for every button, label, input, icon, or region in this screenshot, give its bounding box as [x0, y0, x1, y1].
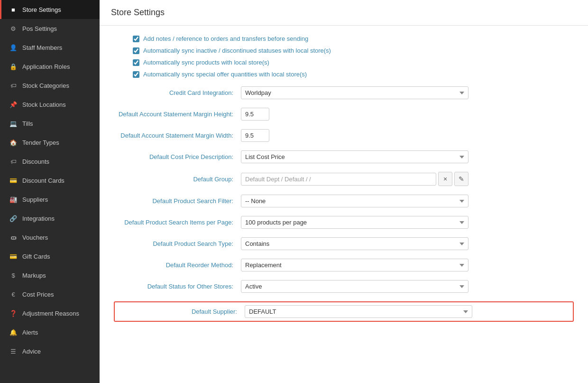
application-roles-icon: 🔒: [9, 62, 18, 71]
pos-settings-icon: ⚙: [9, 24, 18, 33]
field-label-status-other-stores: Default Status for Other Stores:: [114, 283, 237, 290]
sidebar-item-pos-settings[interactable]: ⚙Pos Settings: [0, 19, 100, 38]
field-control-reorder-method: ReplacementTop Up: [241, 259, 469, 271]
field-control-cost-price-desc: List Cost PriceAverage Cost Price: [241, 150, 469, 163]
checkbox-label-2[interactable]: Automatically sync products with local s…: [143, 59, 269, 66]
sidebar-item-store-settings[interactable]: ■Store Settings: [0, 0, 100, 19]
form-row-default-supplier: Default Supplier:DEFAULTNone: [114, 301, 574, 322]
staff-members-icon: 👤: [9, 43, 18, 52]
select-wrapper-credit-card-integration: WorldpayNoneStripe: [241, 86, 469, 99]
field-label-reorder-method: Default Reorder Method:: [114, 262, 237, 269]
edit-group-button[interactable]: ✎: [454, 172, 469, 186]
sidebar-item-stock-categories[interactable]: 🏷Stock Categories: [0, 76, 100, 95]
sidebar-item-vouchers[interactable]: 🎟Vouchers: [0, 228, 100, 247]
adjustment-reasons-icon: ❓: [9, 309, 18, 318]
select-wrapper-reorder-method: ReplacementTop Up: [241, 259, 469, 271]
field-label-default-group: Default Group:: [114, 176, 237, 183]
select-cost-price-desc[interactable]: List Cost PriceAverage Cost Price: [241, 150, 469, 163]
select-wrapper-cost-price-desc: List Cost PriceAverage Cost Price: [241, 150, 469, 163]
form-row-account-margin-height: Default Account Statement Margin Height:: [114, 108, 574, 121]
vouchers-icon: 🎟: [9, 233, 18, 242]
sidebar-item-staff-members[interactable]: 👤Staff Members: [0, 38, 100, 57]
form-row-status-other-stores: Default Status for Other Stores:ActiveIn…: [114, 280, 574, 293]
sidebar-label-pos-settings: Pos Settings: [22, 25, 57, 32]
form-row-product-search-filter: Default Product Search Filter:-- NoneAct…: [114, 195, 574, 207]
page-title: Store Settings: [111, 8, 577, 18]
checkbox-row-1: Automatically sync inactive / discontinu…: [133, 47, 574, 54]
sidebar-item-discounts[interactable]: 🏷Discounts: [0, 152, 100, 171]
field-control-account-margin-height: [241, 108, 469, 121]
sidebar-label-suppliers: Suppliers: [22, 196, 48, 203]
select-status-other-stores[interactable]: ActiveInactive: [241, 280, 469, 293]
sidebar-item-discount-cards[interactable]: 💳Discount Cards: [0, 171, 100, 190]
select-wrapper-status-other-stores: ActiveInactive: [241, 280, 469, 293]
form-row-account-margin-width: Default Account Statement Margin Width:: [114, 129, 574, 142]
discounts-icon: 🏷: [9, 157, 18, 166]
field-label-product-search-type: Default Product Search Type:: [114, 240, 237, 247]
cost-prices-icon: €: [9, 290, 18, 299]
select-wrapper-product-search-filter: -- NoneActiveInactive: [241, 195, 469, 207]
form-row-reorder-method: Default Reorder Method:ReplacementTop Up: [114, 259, 574, 271]
checkbox-label-1[interactable]: Automatically sync inactive / discontinu…: [143, 47, 331, 54]
form-row-cost-price-desc: Default Cost Price Description:List Cost…: [114, 150, 574, 163]
field-label-account-margin-width: Default Account Statement Margin Width:: [114, 132, 237, 139]
checkbox-label-0[interactable]: Add notes / reference to orders and tran…: [143, 35, 308, 42]
field-control-default-group: Default Dept / Default / /×✎: [241, 172, 469, 186]
field-control-status-other-stores: ActiveInactive: [241, 280, 469, 293]
sidebar-item-integrations[interactable]: 🔗Integrations: [0, 209, 100, 228]
form-row-default-group: Default Group:Default Dept / Default / /…: [114, 172, 574, 186]
checkbox-cb2[interactable]: [133, 47, 139, 54]
sidebar-item-alerts[interactable]: 🔔Alerts: [0, 323, 100, 342]
sidebar-item-cost-prices[interactable]: €Cost Prices: [0, 285, 100, 304]
sidebar-item-tender-types[interactable]: 🏠Tender Types: [0, 133, 100, 152]
input-account-margin-width[interactable]: [241, 129, 269, 142]
group-text-field: Default Dept / Default / /: [241, 173, 436, 186]
field-label-default-supplier: Default Supplier:: [118, 308, 241, 315]
discount-cards-icon: 💳: [9, 176, 18, 185]
field-control-product-search-items: 100 products per page50 products per pag…: [241, 216, 469, 229]
field-label-credit-card-integration: Credit Card Integration:: [114, 89, 237, 96]
sidebar-item-adjustment-reasons[interactable]: ❓Adjustment Reasons: [0, 304, 100, 323]
sidebar-item-advice[interactable]: ☰Advice: [0, 342, 100, 361]
select-credit-card-integration[interactable]: WorldpayNoneStripe: [241, 86, 469, 99]
integrations-icon: 🔗: [9, 214, 18, 223]
form-row-product-search-type: Default Product Search Type:ContainsStar…: [114, 237, 574, 250]
select-wrapper-default-supplier: DEFAULTNone: [245, 305, 472, 318]
stock-categories-icon: 🏷: [9, 81, 18, 90]
select-product-search-type[interactable]: ContainsStarts WithExact: [241, 237, 469, 250]
field-control-product-search-type: ContainsStarts WithExact: [241, 237, 469, 250]
sidebar-item-markups[interactable]: $Markups: [0, 266, 100, 285]
main-content: Store Settings Add notes / reference to …: [100, 0, 588, 383]
sidebar-item-stock-locations[interactable]: 📌Stock Locations: [0, 95, 100, 114]
clear-group-button[interactable]: ×: [438, 172, 452, 186]
sidebar-label-integrations: Integrations: [22, 215, 55, 222]
sidebar-item-application-roles[interactable]: 🔒Application Roles: [0, 57, 100, 76]
sidebar-item-tills[interactable]: 💻Tills: [0, 114, 100, 133]
checkbox-cb4[interactable]: [133, 71, 139, 78]
fields-section: Credit Card Integration:WorldpayNoneStri…: [114, 86, 574, 322]
sidebar-item-suppliers[interactable]: 🏭Suppliers: [0, 190, 100, 209]
sidebar-item-gift-cards[interactable]: 💳Gift Cards: [0, 247, 100, 266]
checkbox-row-2: Automatically sync products with local s…: [133, 59, 574, 66]
select-product-search-items[interactable]: 100 products per page50 products per pag…: [241, 216, 469, 229]
select-product-search-filter[interactable]: -- NoneActiveInactive: [241, 195, 469, 207]
select-default-supplier[interactable]: DEFAULTNone: [245, 305, 472, 318]
checkbox-cb1[interactable]: [133, 36, 139, 42]
settings-body: Add notes / reference to orders and tran…: [100, 26, 588, 341]
sidebar-label-discounts: Discounts: [22, 158, 49, 165]
checkbox-cb3[interactable]: [133, 59, 139, 66]
store-settings-icon: ■: [9, 5, 18, 14]
checkbox-row-0: Add notes / reference to orders and tran…: [133, 35, 574, 42]
checkbox-row-3: Automatically sync special offer quantit…: [133, 71, 574, 78]
select-reorder-method[interactable]: ReplacementTop Up: [241, 259, 469, 271]
select-wrapper-product-search-type: ContainsStarts WithExact: [241, 237, 469, 250]
field-label-product-search-filter: Default Product Search Filter:: [114, 197, 237, 205]
input-account-margin-height[interactable]: [241, 108, 269, 121]
checkbox-label-3[interactable]: Automatically sync special offer quantit…: [143, 71, 307, 78]
gift-cards-icon: 💳: [9, 252, 18, 261]
field-label-product-search-items: Default Product Search Items per Page:: [114, 219, 237, 226]
sidebar-label-application-roles: Application Roles: [22, 63, 70, 70]
sidebar-label-discount-cards: Discount Cards: [22, 177, 64, 184]
field-control-product-search-filter: -- NoneActiveInactive: [241, 195, 469, 207]
field-control-default-supplier: DEFAULTNone: [245, 305, 472, 318]
